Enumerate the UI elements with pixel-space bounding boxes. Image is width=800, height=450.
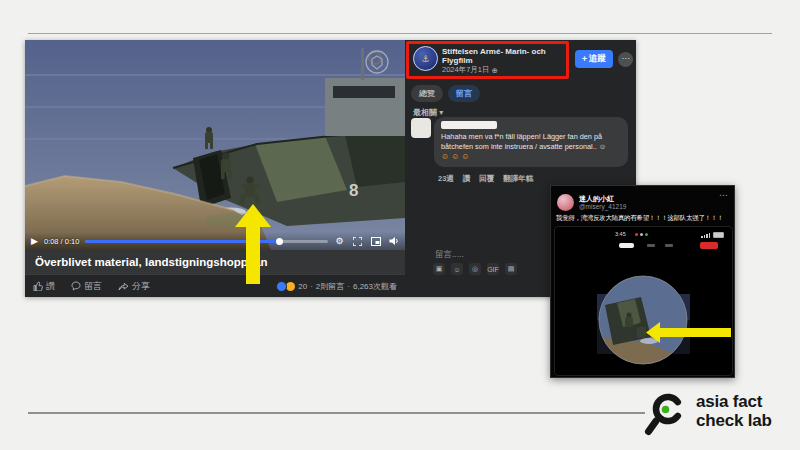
pip-icon[interactable] bbox=[370, 236, 381, 247]
avatar-sticker-icon[interactable]: ▣ bbox=[433, 263, 445, 275]
comment-meta-row: 23週 讚 回覆 翻譯年糕 bbox=[438, 174, 533, 184]
share-label: 分享 bbox=[132, 280, 150, 293]
red-badge[interactable] bbox=[700, 242, 718, 249]
page-name[interactable]: Stiftelsen Armé- Marin- och Flygfilm bbox=[442, 48, 562, 66]
post-more-button[interactable]: ⋯ bbox=[618, 52, 633, 67]
white-pill-button[interactable] bbox=[619, 243, 634, 248]
video-time: 0:08 / 0:10 bbox=[44, 237, 79, 246]
comment-reply-link[interactable]: 回覆 bbox=[479, 174, 494, 184]
stats-separator: · bbox=[347, 282, 350, 291]
video-player[interactable]: 8 bbox=[25, 40, 405, 250]
comment-input[interactable]: 留言..... bbox=[435, 249, 464, 261]
laughing-emoji-row: ☺☺☺ bbox=[441, 152, 621, 162]
like-reaction-icon bbox=[276, 281, 287, 292]
stat-text-blur bbox=[665, 244, 673, 247]
commenter-name-blurred bbox=[441, 121, 497, 129]
hull-number: 8 bbox=[349, 181, 358, 200]
chevron-down-icon: ▾ bbox=[439, 108, 443, 117]
comment-label: 留言 bbox=[84, 280, 102, 293]
tweet-handle[interactable]: @misery_41219 bbox=[579, 203, 626, 210]
view-count: 6,263次觀看 bbox=[353, 281, 397, 292]
emoji-icon[interactable]: ☺ bbox=[451, 263, 463, 275]
video-scene: 8 bbox=[25, 40, 405, 250]
progress-handle[interactable] bbox=[276, 238, 283, 245]
app-toolbar-row bbox=[555, 242, 732, 250]
phone-status-bar: 3:45 bbox=[555, 231, 732, 239]
post-date-text: 2024年7月1日 bbox=[442, 65, 490, 75]
post-actions-row: 讚 留言 分享 20 · 2則留言 · 6,263次觀看 bbox=[25, 274, 405, 297]
progress-bar[interactable] bbox=[85, 240, 328, 243]
fullscreen-icon[interactable] bbox=[352, 236, 363, 247]
camera-icon[interactable]: ◎ bbox=[469, 263, 481, 275]
comment-translate-link[interactable]: 翻譯年糕 bbox=[503, 174, 533, 184]
fact-check-composite: 8 bbox=[0, 0, 800, 450]
comment-like-link[interactable]: 讚 bbox=[463, 174, 471, 184]
facebook-screenshot: 8 bbox=[25, 40, 636, 297]
status-time: 3:45 bbox=[615, 231, 626, 237]
volume-icon[interactable] bbox=[388, 236, 399, 247]
top-divider-line bbox=[28, 33, 772, 34]
comment-bubble: Hahaha men va f*n fäll läppen! Lägger fa… bbox=[434, 117, 628, 167]
status-system-icons bbox=[701, 232, 724, 238]
tweet-more-button[interactable]: ⋯ bbox=[719, 190, 728, 200]
sticker-icon[interactable]: ▤ bbox=[505, 263, 517, 275]
magnifier-logo-icon bbox=[644, 390, 690, 438]
comment-icon bbox=[71, 281, 81, 291]
tab-overview[interactable]: 總覽 bbox=[411, 85, 443, 102]
share-button[interactable]: 分享 bbox=[118, 280, 150, 293]
battery-icon bbox=[713, 232, 724, 238]
comment-sort-dropdown[interactable]: 最相關 ▾ bbox=[413, 107, 443, 118]
like-button[interactable]: 讚 bbox=[33, 280, 55, 293]
haha-reaction-icon bbox=[286, 282, 295, 291]
tweet-video-card[interactable]: 3:45 bbox=[554, 226, 733, 376]
video-controls: ▶ 0:08 / 0:10 ⚙ bbox=[25, 232, 405, 250]
video-title: Överblivet material, landstigningshoppsa… bbox=[25, 250, 405, 274]
comment-count: 2則留言 bbox=[316, 281, 344, 292]
stat-text-blur bbox=[647, 244, 655, 247]
post-stats: 20 · 2則留言 · 6,263次觀看 bbox=[276, 281, 397, 292]
comment-text: Hahaha men va f*n fäll läppen! Lägger fa… bbox=[441, 132, 621, 152]
annotation-arrow-up bbox=[235, 204, 271, 284]
commenter-avatar-blurred bbox=[411, 118, 431, 138]
settings-gear-icon[interactable]: ⚙ bbox=[334, 236, 345, 247]
comment-button[interactable]: 留言 bbox=[71, 280, 102, 293]
like-label: 讚 bbox=[46, 280, 55, 293]
logo-line-1: asia fact bbox=[696, 392, 772, 411]
follow-button[interactable]: + 追蹤 bbox=[575, 50, 613, 68]
tab-comments[interactable]: 留言 bbox=[448, 85, 480, 102]
page-avatar[interactable]: ⚓ bbox=[413, 46, 438, 71]
gif-icon[interactable]: GIF bbox=[487, 263, 499, 275]
comment-age: 23週 bbox=[438, 174, 454, 184]
play-icon[interactable]: ▶ bbox=[31, 237, 38, 246]
follow-plus-icon: + bbox=[582, 54, 587, 64]
reaction-count: 20 bbox=[298, 282, 307, 291]
anchor-icon: ⚓ bbox=[421, 54, 429, 64]
sort-label: 最相關 bbox=[413, 108, 437, 117]
composer-icons-row: ▣ ☺ ◎ GIF ▤ bbox=[433, 263, 517, 275]
tweet-video-scene bbox=[555, 253, 731, 373]
tweet-text: 我觉得，湾湾反攻大陆真的有希望！！！这部队太强了！！！ bbox=[556, 214, 731, 222]
follow-label: 追蹤 bbox=[589, 53, 606, 65]
share-icon bbox=[118, 281, 129, 291]
tweet-avatar[interactable] bbox=[557, 194, 574, 211]
globe-icon: ⊕ bbox=[492, 66, 498, 75]
bottom-divider-line bbox=[28, 412, 645, 414]
fact-check-logo-text: asia fact check lab bbox=[696, 392, 772, 430]
logo-line-2: check lab bbox=[696, 411, 772, 430]
x-post-screenshot: 迷人的小紅 @misery_41219 ⋯ 我觉得，湾湾反攻大陆真的有希望！！！… bbox=[550, 185, 735, 378]
status-indicator-dots bbox=[635, 233, 648, 236]
post-date: 2024年7月1日 ⊕ bbox=[442, 65, 498, 75]
stats-separator: · bbox=[310, 282, 313, 291]
signal-icon bbox=[701, 233, 710, 238]
thumb-up-icon bbox=[33, 281, 43, 291]
